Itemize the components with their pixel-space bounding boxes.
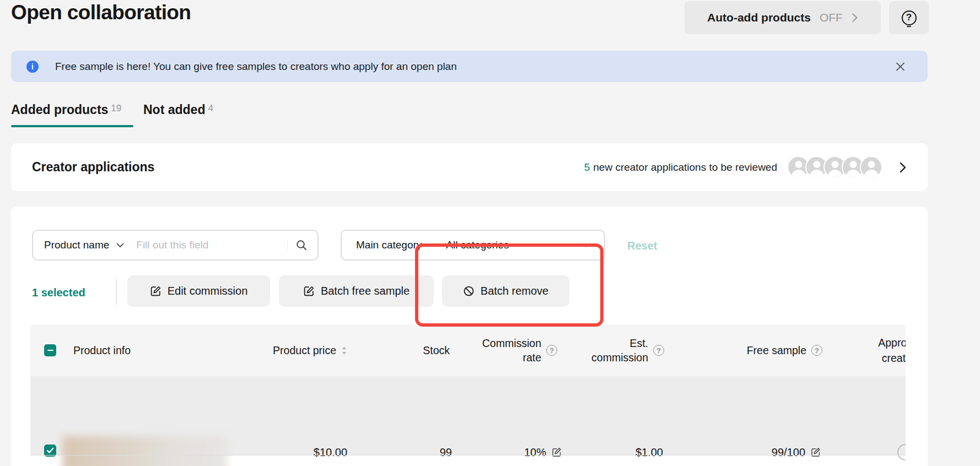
column-header-free-sample: Free sample	[708, 324, 822, 376]
question-circle-icon[interactable]	[811, 345, 822, 356]
column-header-approved-creators: Approved creators	[857, 324, 906, 376]
column-header-product-info: Product info	[73, 324, 131, 376]
edit-commission-button[interactable]: Edit commission	[127, 275, 270, 307]
column-header-label: Commission rate	[474, 336, 541, 365]
auto-add-products-label: Auto-add products	[707, 11, 811, 24]
info-icon	[26, 61, 39, 73]
close-icon[interactable]	[895, 61, 906, 72]
edit-icon[interactable]	[810, 447, 821, 458]
batch-remove-label: Batch remove	[481, 285, 548, 297]
column-header-label: Est. commission	[581, 336, 648, 365]
question-lamp-icon	[902, 10, 917, 25]
chevron-right-icon	[852, 13, 858, 23]
cell-commission-rate: 10%	[455, 440, 562, 464]
edit-commission-label: Edit commission	[168, 285, 248, 297]
question-circle-icon[interactable]	[653, 345, 664, 356]
category-value: All categories	[446, 239, 509, 251]
open-collaboration-page: Open collaboration Auto-add products OFF…	[0, 0, 980, 466]
search-field-selector[interactable]: Product name	[44, 239, 124, 251]
product-image	[62, 436, 227, 466]
applications-count: 5	[584, 161, 590, 173]
cell-est-commission: $1.00	[554, 440, 663, 464]
column-header-commission-rate: Commission rate	[455, 324, 557, 376]
banner-text: Free sample is here! You can give free s…	[55, 61, 457, 73]
column-header-stock: Stock	[361, 324, 450, 376]
products-card: Product name Main category All categorie…	[11, 207, 928, 466]
auto-add-products-state: OFF	[820, 11, 843, 24]
product-search-box: Product name	[32, 230, 319, 261]
tab-added-products[interactable]: Added products19	[11, 102, 121, 117]
creator-applications-card: Creator applications 5new creator applic…	[11, 143, 928, 191]
edit-icon	[150, 285, 161, 297]
column-header-est-commission: Est. commission	[554, 324, 664, 376]
column-header-product-price[interactable]: Product price	[212, 324, 347, 376]
help-button[interactable]	[889, 1, 929, 34]
page-title: Open collaboration	[11, 0, 191, 26]
creator-applications-review-link[interactable]: 5new creator applications to be reviewed	[584, 143, 907, 191]
column-header-label: Product price	[273, 344, 336, 357]
divider	[287, 239, 288, 251]
cell-free-sample: 99/100	[708, 440, 821, 464]
main-category-select[interactable]: Main category All categories	[341, 230, 605, 261]
search-icon[interactable]	[295, 239, 308, 251]
active-tab-underline	[11, 125, 133, 127]
divider	[116, 279, 117, 305]
table-row: ... $10.00 99 10% $1.00 99/100	[30, 376, 906, 455]
tab-count-badge: 4	[208, 103, 213, 113]
tab-label: Added products	[11, 102, 108, 117]
applications-message-text: new creator applications to be reviewed	[593, 161, 777, 173]
search-input[interactable]	[135, 239, 287, 252]
search-field-label: Product name	[44, 239, 109, 251]
reset-button[interactable]: Reset	[627, 240, 657, 252]
chevron-down-icon	[583, 243, 590, 248]
cell-stock: 99	[361, 440, 452, 464]
avatar-group	[787, 156, 882, 178]
tab-label: Not added	[143, 102, 205, 117]
category-label: Main category	[356, 239, 422, 251]
creator-applications-title: Creator applications	[32, 143, 154, 191]
avatar	[860, 156, 882, 178]
applications-message: 5new creator applications to be reviewed	[584, 161, 777, 174]
auto-add-products-button[interactable]: Auto-add products OFF	[685, 1, 881, 34]
tab-count-badge: 19	[111, 103, 121, 113]
chevron-down-icon	[116, 243, 124, 248]
sort-icon[interactable]	[341, 346, 347, 355]
ban-icon	[463, 285, 475, 297]
tab-not-added[interactable]: Not added4	[143, 102, 213, 117]
chevron-right-icon	[899, 161, 907, 174]
divider	[30, 455, 906, 456]
commission-rate-value: 10%	[524, 446, 546, 459]
products-table: Product info Product price Stock Commiss…	[30, 324, 906, 466]
batch-free-sample-button[interactable]: Batch free sample	[279, 275, 434, 307]
cell-product-price: $10.00	[212, 440, 347, 464]
free-sample-value: 99/100	[772, 446, 805, 459]
edit-icon	[303, 285, 315, 297]
column-header-label: Approved creators	[871, 335, 906, 366]
batch-free-sample-label: Batch free sample	[321, 285, 410, 297]
select-all-checkbox[interactable]	[44, 344, 56, 356]
batch-remove-button[interactable]: Batch remove	[442, 275, 569, 307]
table-header: Product info Product price Stock Commiss…	[30, 324, 906, 376]
free-sample-banner: Free sample is here! You can give free s…	[11, 51, 928, 82]
column-header-label: Free sample	[747, 344, 806, 357]
approved-creators-indicator	[897, 444, 906, 460]
selected-count: 1 selected	[32, 277, 85, 308]
